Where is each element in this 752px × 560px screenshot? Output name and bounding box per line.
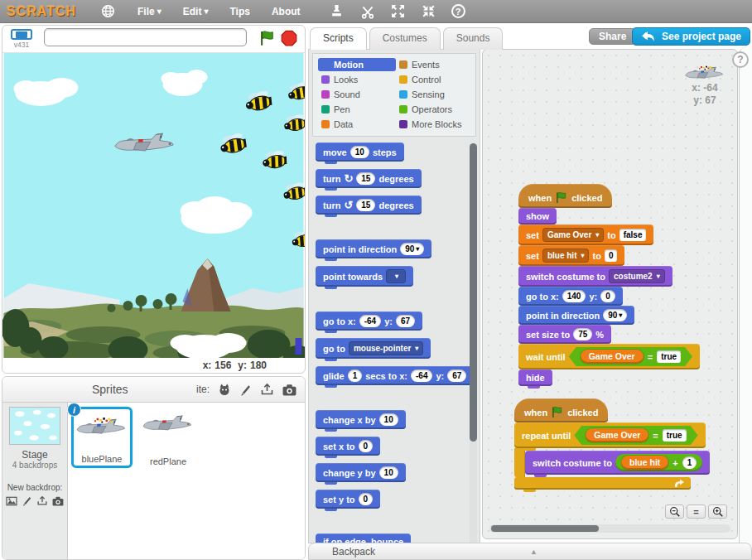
text-input[interactable]: true: [657, 350, 681, 363]
menu-dropdown[interactable]: mouse-pointer▾: [349, 341, 423, 355]
backpack-bar[interactable]: Backpack ▲: [308, 543, 752, 560]
category-sensing[interactable]: Sensing: [396, 88, 474, 101]
operator-plus[interactable]: blue hit+1: [615, 454, 702, 471]
shrink-icon[interactable]: [421, 3, 437, 20]
stage-canvas[interactable]: [2, 53, 305, 358]
block-point-towards[interactable]: point towards▾: [316, 266, 413, 287]
stop-button[interactable]: [280, 29, 298, 47]
menu-dropdown[interactable]: Game Over▾: [542, 228, 604, 242]
number-input[interactable]: 75: [573, 328, 592, 340]
block-go-to-x[interactable]: go to x:140y:0: [518, 287, 623, 306]
block-set[interactable]: setblue hit▾to0: [518, 245, 624, 266]
number-input[interactable]: 10: [379, 413, 398, 426]
variable-pill[interactable]: Game Over: [586, 428, 648, 442]
palette-scrollbar[interactable]: [470, 143, 477, 543]
zoom-out-button[interactable]: [665, 504, 684, 519]
number-input[interactable]: 10: [350, 146, 369, 158]
number-input[interactable]: -64: [359, 315, 381, 327]
text-input[interactable]: 0: [605, 249, 618, 262]
stamp-icon[interactable]: [329, 3, 345, 20]
block-repeat-until[interactable]: repeat untilGame Over=trueswitch costume…: [514, 422, 710, 490]
stage-thumbnail[interactable]: [9, 407, 60, 445]
number-input[interactable]: 140: [562, 290, 586, 302]
stage-selector[interactable]: Stage 4 backdrops New backdrop:: [2, 403, 68, 559]
block-set[interactable]: setGame Over▾tofalse: [518, 224, 653, 245]
variable-pill[interactable]: Game Over: [581, 350, 644, 364]
category-control[interactable]: Control: [396, 73, 474, 86]
number-input[interactable]: -64: [411, 369, 432, 382]
number-input[interactable]: 1: [682, 456, 697, 469]
help-panel-toggle[interactable]: ?: [732, 51, 749, 68]
scratch-logo[interactable]: SCRATCH: [7, 4, 76, 19]
zoom-reset-button[interactable]: =: [687, 504, 706, 519]
block-change-x-by[interactable]: change x by10: [316, 410, 406, 429]
number-dropdown[interactable]: 90▾: [603, 309, 627, 321]
scripts-canvas[interactable]: whenclickedshowsetGame Over▾tofalsesetbl…: [483, 50, 737, 538]
variable-pill[interactable]: blue hit: [621, 456, 668, 470]
paint-backdrop-icon[interactable]: [22, 495, 32, 506]
number-input[interactable]: 15: [356, 199, 375, 211]
scissors-icon[interactable]: [359, 3, 376, 20]
fullscreen-button[interactable]: v431: [9, 29, 34, 49]
block-set-size-to[interactable]: set size to75%: [518, 325, 611, 344]
camera-sprite-icon[interactable]: [282, 384, 296, 396]
share-button[interactable]: Share: [589, 28, 636, 45]
category-pen[interactable]: Pen: [318, 103, 396, 116]
block-go-to[interactable]: go tomouse-pointer▾: [316, 338, 431, 359]
tab-sounds[interactable]: Sounds: [443, 27, 504, 50]
script-stack-0[interactable]: whenclickedshowsetGame Over▾tofalsesetbl…: [518, 184, 700, 386]
block-go-to-x[interactable]: go to x:-64y:67: [316, 311, 422, 331]
block-switch-costume-to[interactable]: switch costume toblue hit+1: [525, 451, 710, 475]
tab-scripts[interactable]: Scripts: [310, 27, 367, 50]
block-help-icon[interactable]: ?: [451, 4, 465, 18]
category-motion[interactable]: Motion: [318, 58, 396, 71]
block-wait-until[interactable]: wait untilGame Over=true: [518, 344, 700, 369]
number-dropdown[interactable]: 90▾: [400, 243, 424, 255]
language-globe-icon[interactable]: [99, 3, 116, 20]
category-data[interactable]: Data: [318, 118, 396, 131]
sprite-info-icon[interactable]: i: [67, 403, 81, 417]
scripts-horizontal-scrollbar[interactable]: [489, 524, 730, 533]
text-input[interactable]: false: [619, 229, 647, 241]
category-events[interactable]: Events: [396, 58, 474, 71]
sprite-card-redplane[interactable]: redPlane: [137, 407, 199, 468]
backdrop-library-icon[interactable]: [6, 495, 17, 506]
number-input[interactable]: 67: [396, 315, 415, 327]
block-switch-costume-to[interactable]: switch costume tocostume2▾: [518, 266, 672, 287]
block-change-y-by[interactable]: change y by10: [316, 463, 406, 482]
menu-dropdown[interactable]: blue hit▾: [542, 249, 590, 263]
block-set-x-to[interactable]: set x to0: [316, 437, 380, 456]
green-flag-button[interactable]: [258, 29, 277, 47]
category-more-blocks[interactable]: More Blocks: [396, 118, 474, 131]
upload-backdrop-icon[interactable]: [36, 495, 48, 506]
block-turn[interactable]: turn↻15degrees: [316, 169, 422, 188]
number-input[interactable]: 10: [379, 466, 398, 479]
palette-scrollbar-thumb[interactable]: [470, 143, 477, 442]
number-input[interactable]: 0: [359, 493, 374, 505]
block-show[interactable]: show: [518, 208, 557, 224]
camera-backdrop-icon[interactable]: [52, 495, 64, 506]
block-point-in-direction[interactable]: point in direction90▾: [316, 239, 431, 258]
project-name-input[interactable]: [44, 28, 247, 46]
menu-file[interactable]: File: [137, 6, 161, 17]
script-stack-1[interactable]: whenclickedrepeat untilGame Over=trueswi…: [514, 398, 710, 490]
operator-equals[interactable]: Game Over=true: [569, 347, 692, 366]
block-hide[interactable]: hide: [518, 369, 552, 386]
tips-panel-collapsed[interactable]: [739, 46, 752, 560]
grow-icon[interactable]: [390, 3, 407, 20]
number-input[interactable]: 15: [356, 172, 375, 185]
category-sound[interactable]: Sound: [318, 88, 396, 101]
text-input[interactable]: true: [663, 429, 687, 442]
block-point-in-direction[interactable]: point in direction90▾: [518, 306, 634, 325]
category-operators[interactable]: Operators: [396, 103, 474, 116]
number-input[interactable]: 1: [348, 369, 363, 382]
block-when[interactable]: whenclicked: [514, 398, 608, 422]
block-move[interactable]: move10steps: [316, 142, 404, 162]
sprite-card-blueplane[interactable]: i bluePlane: [71, 407, 133, 468]
see-project-page-button[interactable]: See project page: [632, 27, 750, 46]
scripts-pane[interactable]: whenclickedshowsetGame Over▾tofalsesetbl…: [482, 49, 738, 539]
number-input[interactable]: 0: [600, 290, 615, 302]
menu-tips[interactable]: Tips: [229, 6, 249, 17]
number-input[interactable]: 0: [359, 440, 374, 452]
block-turn[interactable]: turn↺15degrees: [316, 196, 422, 215]
